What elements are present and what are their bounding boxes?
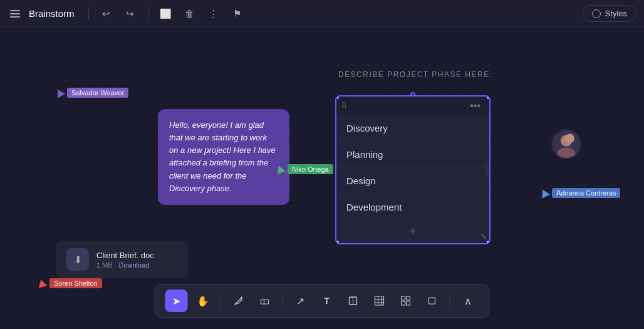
- file-icon: ⬇: [66, 248, 89, 271]
- phase-item-development[interactable]: Development: [336, 194, 489, 220]
- redo-icon[interactable]: ↪: [122, 5, 139, 23]
- cursor-adrianna: Adrianna Contreras: [540, 188, 620, 198]
- bottom-toolbar: ➤ ✋ ↗ T: [155, 284, 490, 318]
- svg-point-3: [565, 134, 574, 144]
- cursor-label-adrianna: Adrianna Contreras: [552, 188, 620, 198]
- phase-item-design[interactable]: Design: [336, 168, 489, 194]
- svg-rect-5: [261, 300, 269, 304]
- file-meta: 1 MB - Download: [96, 261, 154, 269]
- tool-shape-button[interactable]: [342, 290, 365, 312]
- cursor-arrow-niko: [274, 164, 285, 174]
- drag-dots-icon: ⠿: [341, 102, 347, 110]
- sel-handle-bl[interactable]: [335, 241, 339, 244]
- cursor-arrow-soren: [37, 278, 48, 288]
- phases-card-wrapper: ⠿ ••• Discovery Planning Design Developm…: [335, 95, 491, 244]
- chat-bubble[interactable]: Hello, everyone! I am glad that we are s…: [158, 109, 289, 205]
- phases-card-header[interactable]: ⠿ •••: [336, 97, 489, 115]
- file-info: Client Brief. doc 1 MB - Download: [96, 251, 154, 269]
- phase-add-icon[interactable]: +: [410, 225, 417, 238]
- toolbar-divider-1: [221, 293, 221, 308]
- delete-icon[interactable]: 🗑: [181, 5, 199, 23]
- sel-handle-tl[interactable]: [335, 95, 339, 99]
- file-card[interactable]: ⬇ Client Brief. doc 1 MB - Download: [56, 241, 188, 278]
- toolbar-divider-3: [450, 293, 450, 308]
- more-options-icon[interactable]: ⋮: [205, 5, 222, 23]
- cursor-salvador: Salvador Weaver: [55, 88, 128, 98]
- phase-item-planning[interactable]: Planning: [336, 142, 489, 168]
- file-name: Client Brief. doc: [96, 251, 154, 260]
- tool-eraser-button[interactable]: [254, 290, 276, 312]
- tool-text-button[interactable]: T: [316, 290, 338, 312]
- toolbar-divider-2: [283, 293, 283, 308]
- topbar: Brainstorm ↩ ↪ ⬜ 🗑 ⋮ ⚑ Styles: [0, 0, 644, 28]
- user-avatar: [551, 129, 581, 159]
- sel-handle-tr[interactable]: [487, 95, 491, 99]
- svg-rect-14: [402, 296, 405, 300]
- undo-icon[interactable]: ↩: [98, 5, 115, 23]
- menu-icon[interactable]: [8, 8, 23, 20]
- tool-more-button[interactable]: ∧: [457, 290, 479, 312]
- cursor-label-niko: Niko Ortega: [288, 164, 333, 174]
- phases-expand-icon[interactable]: ⤡: [480, 232, 487, 241]
- svg-point-4: [241, 297, 242, 299]
- svg-rect-9: [375, 296, 384, 305]
- phases-more-icon[interactable]: •••: [466, 99, 484, 113]
- tool-select-button[interactable]: ➤: [165, 290, 188, 312]
- styles-button[interactable]: Styles: [583, 5, 636, 22]
- styles-label: Styles: [605, 9, 627, 18]
- frame-icon[interactable]: ⬜: [157, 5, 175, 23]
- tool-component-button[interactable]: [395, 290, 417, 312]
- chat-bubble-text: Hello, everyone! I am glad that we are s…: [169, 120, 276, 193]
- divider-1: [88, 7, 89, 21]
- cursor-niko: Niko Ortega: [276, 164, 333, 174]
- svg-rect-15: [407, 296, 410, 300]
- tool-pen-button[interactable]: [227, 290, 250, 312]
- comment-icon[interactable]: ⚑: [229, 5, 246, 23]
- styles-circle-icon: [592, 9, 601, 18]
- tool-pan-button[interactable]: ✋: [192, 290, 214, 312]
- phase-item-discovery[interactable]: Discovery: [336, 115, 489, 142]
- divider-2: [148, 7, 148, 21]
- phases-card[interactable]: ⠿ ••• Discovery Planning Design Developm…: [335, 95, 491, 244]
- cursor-arrow-adrianna: [539, 188, 550, 199]
- svg-rect-18: [429, 298, 435, 304]
- phase-add-row[interactable]: +: [336, 220, 489, 243]
- tool-table-button[interactable]: [368, 290, 391, 312]
- describe-text: DESCRIBE PROJECT PHASE HERE:: [338, 70, 493, 79]
- app-title: Brainstorm: [29, 8, 75, 19]
- canvas: DESCRIBE PROJECT PHASE HERE: Salvador We…: [0, 28, 644, 329]
- svg-rect-17: [407, 301, 410, 305]
- tool-frame-button[interactable]: [421, 290, 444, 312]
- file-download-link[interactable]: Download: [118, 261, 149, 269]
- sel-handle-br[interactable]: [487, 241, 491, 244]
- cursor-arrow-salvador: [54, 87, 65, 98]
- tool-arrow-button[interactable]: ↗: [289, 290, 312, 312]
- svg-rect-16: [402, 301, 405, 305]
- cursor-label-salvador: Salvador Weaver: [67, 88, 128, 98]
- cursor-label-soren: Soren Shelton: [49, 278, 102, 288]
- cursor-soren: Soren Shelton: [38, 278, 102, 288]
- file-size: 1 MB: [96, 261, 113, 269]
- phases-list: Discovery Planning Design Development +: [336, 115, 489, 243]
